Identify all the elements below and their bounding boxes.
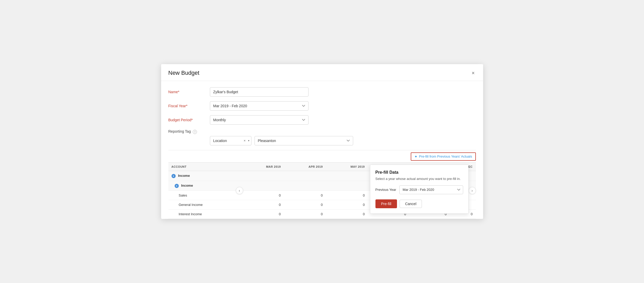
- modal-title: New Budget: [168, 70, 200, 76]
- info-icon: i: [193, 130, 197, 134]
- account-cell: Sales: [168, 191, 241, 200]
- left-arrow-icon: ‹: [239, 188, 240, 193]
- budget-period-select[interactable]: Monthly Quarterly Annually: [210, 115, 309, 125]
- sales-apr[interactable]: 0: [284, 191, 326, 200]
- interest-mar[interactable]: 0: [241, 209, 284, 219]
- fiscal-year-label: Fiscal Year*: [168, 104, 210, 108]
- reporting-tag-selects: Location Department Project × ▾ Pleasant…: [210, 136, 476, 145]
- wand-icon: ✦: [414, 154, 417, 159]
- sales-mar[interactable]: 0: [241, 191, 284, 200]
- interest-may[interactable]: 0: [326, 209, 368, 219]
- name-label: Name*: [168, 90, 210, 94]
- prefill-year-select[interactable]: Mar 2019 - Feb 2020 Mar 2018 - Feb 2019: [399, 185, 463, 194]
- prefill-button[interactable]: Pre-fill: [375, 199, 397, 208]
- income-bullet: ●: [172, 174, 176, 178]
- prefill-popover-title: Pre-fill Data: [375, 170, 463, 175]
- fiscal-year-row: Fiscal Year* Mar 2019 - Feb 2020 Mar 201…: [168, 101, 476, 111]
- account-cell: ● Income: [168, 181, 241, 191]
- previous-year-label: Previous Year: [375, 188, 396, 192]
- close-button[interactable]: ×: [471, 69, 476, 77]
- name-row: Name*: [168, 87, 476, 97]
- budget-period-row: Budget Period* Monthly Quarterly Annuall…: [168, 115, 476, 125]
- fiscal-year-select[interactable]: Mar 2019 - Feb 2020 Mar 2018 - Feb 2019: [210, 101, 309, 111]
- modal-header: New Budget ×: [161, 64, 483, 81]
- reporting-tag-label: Reporting Tag i: [168, 129, 210, 134]
- prefill-bar: ✦ Pre-fill from Previous Years' Actuals: [168, 150, 476, 162]
- prefill-link-button[interactable]: ✦ Pre-fill from Previous Years' Actuals: [411, 152, 476, 161]
- account-cell: General Income: [168, 200, 241, 209]
- interest-apr[interactable]: 0: [284, 209, 326, 219]
- modal-body: Name* Fiscal Year* Mar 2019 - Feb 2020 M…: [161, 81, 483, 219]
- prefill-popover: Pre-fill Data Select a year whose actual…: [370, 165, 469, 214]
- mar2019-header: MAR 2019: [241, 162, 284, 171]
- name-input[interactable]: [210, 87, 309, 97]
- sales-may[interactable]: 0: [326, 191, 368, 200]
- account-header: ACCOUNT: [168, 162, 241, 171]
- prefill-actions: Pre-fill Cancel: [375, 199, 463, 208]
- budget-table-wrapper: ACCOUNT MAR 2019 APR 2019 MAY 2019 JUN 2…: [168, 162, 476, 219]
- income-sub-bullet: ●: [175, 184, 179, 188]
- account-cell: Interest Income: [168, 209, 241, 219]
- location-clear-button[interactable]: ×: [244, 139, 246, 143]
- general-may[interactable]: 0: [326, 200, 368, 209]
- new-budget-modal: New Budget × Name* Fiscal Year* Mar 2019…: [161, 64, 483, 219]
- general-apr[interactable]: 0: [284, 200, 326, 209]
- budget-period-label: Budget Period*: [168, 118, 210, 122]
- reporting-tag-row: Reporting Tag i: [168, 129, 476, 134]
- general-mar[interactable]: 0: [241, 200, 284, 209]
- prefill-popover-year-row: Previous Year Mar 2019 - Feb 2020 Mar 20…: [375, 185, 463, 194]
- account-cell: ● Income: [168, 171, 241, 181]
- may2019-header: MAY 2019: [326, 162, 368, 171]
- apr2019-header: APR 2019: [284, 162, 326, 171]
- pleasanton-select[interactable]: Pleasanton San Jose San Francisco: [255, 136, 353, 145]
- prefill-popover-description: Select a year whose actual amount you wa…: [375, 177, 463, 181]
- cancel-button[interactable]: Cancel: [400, 200, 422, 208]
- nav-left-button[interactable]: ‹: [236, 187, 243, 194]
- nav-right-button[interactable]: ›: [469, 187, 476, 194]
- right-arrow-icon: ›: [471, 188, 473, 193]
- location-tag-wrap: Location Department Project × ▾: [210, 136, 251, 145]
